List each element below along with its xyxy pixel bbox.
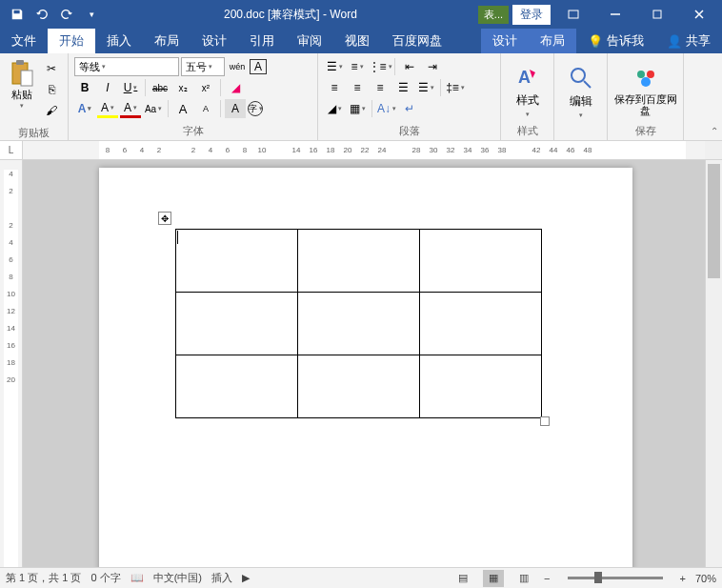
justify-button[interactable]: ☰ <box>392 78 413 97</box>
copy-button[interactable]: ⎘ <box>41 80 62 99</box>
bullets-button[interactable]: ☰ <box>324 57 345 76</box>
tab-review[interactable]: 审阅 <box>286 29 333 53</box>
tab-layout[interactable]: 布局 <box>143 29 191 53</box>
increase-indent-button[interactable]: ⇥ <box>422 57 443 76</box>
tab-home[interactable]: 开始 <box>48 29 95 53</box>
char-border-button[interactable]: A <box>250 59 267 74</box>
superscript-button[interactable]: x² <box>195 78 216 97</box>
view-web-button[interactable]: ▥ <box>513 570 534 587</box>
pilcrow-icon: ↵ <box>405 102 414 115</box>
phonetic-guide-button[interactable]: wén <box>227 57 248 76</box>
paste-button[interactable]: 粘贴 ▾ <box>4 55 39 124</box>
tab-design[interactable]: 设计 <box>191 29 238 53</box>
cut-button[interactable]: ✂ <box>41 59 62 78</box>
view-read-button[interactable]: ▤ <box>452 570 473 587</box>
sort-button[interactable]: A↓ <box>376 99 397 118</box>
decrease-indent-button[interactable]: ⇤ <box>399 57 420 76</box>
login-button[interactable]: 登录 <box>512 5 551 25</box>
align-right-button[interactable]: ≡ <box>370 78 391 97</box>
highlight-button[interactable]: A <box>97 99 118 118</box>
share-button[interactable]: 👤共享 <box>655 29 722 53</box>
show-marks-button[interactable]: ↵ <box>399 99 420 118</box>
tab-view[interactable]: 视图 <box>333 29 381 53</box>
status-insert-mode[interactable]: 插入 <box>211 571 232 585</box>
align-left-button[interactable]: ≡ <box>324 78 345 97</box>
zoom-slider-thumb[interactable] <box>594 572 602 583</box>
table-move-handle[interactable]: ✥ <box>158 212 171 225</box>
underline-button[interactable]: U <box>120 78 141 97</box>
table-cell[interactable] <box>298 293 420 355</box>
shrink-font-button[interactable]: A <box>195 99 216 118</box>
undo-icon[interactable] <box>30 3 53 26</box>
borders-button[interactable]: ▦ <box>347 99 368 118</box>
save-icon[interactable] <box>6 3 29 26</box>
styles-button[interactable]: A 样式 ▾ <box>505 55 550 122</box>
edit-button[interactable]: 编辑 ▾ <box>558 55 603 125</box>
status-macro[interactable]: ▶ <box>242 572 250 584</box>
status-words[interactable]: 0 个字 <box>90 571 120 585</box>
table-cell[interactable] <box>298 230 420 293</box>
tab-insert[interactable]: 插入 <box>95 29 143 53</box>
enclose-char-button[interactable]: 字 <box>248 101 263 116</box>
table-cell[interactable] <box>420 293 542 355</box>
table-cell[interactable] <box>298 355 420 418</box>
tab-table-design[interactable]: 设计 <box>481 29 529 53</box>
font-name-combo[interactable]: 等线 <box>74 57 179 76</box>
shading-button[interactable]: ◢ <box>324 99 345 118</box>
view-print-button[interactable]: ▦ <box>483 570 504 587</box>
change-case-button[interactable]: Aa <box>143 99 164 118</box>
page[interactable]: ✥ <box>99 168 632 567</box>
status-page[interactable]: 第 1 页，共 1 页 <box>6 571 81 585</box>
table-cell[interactable] <box>420 230 542 293</box>
tab-table-layout[interactable]: 布局 <box>529 29 576 53</box>
tab-file[interactable]: 文件 <box>0 29 48 53</box>
table-cell[interactable] <box>176 355 298 418</box>
tab-references[interactable]: 引用 <box>238 29 286 53</box>
document-canvas[interactable]: ✥ <box>23 160 705 567</box>
minimize-icon[interactable] <box>596 0 634 29</box>
close-icon[interactable] <box>680 0 718 29</box>
tab-baidu[interactable]: 百度网盘 <box>381 29 453 53</box>
table-resize-handle[interactable] <box>540 416 550 426</box>
document-table[interactable] <box>175 229 542 418</box>
status-spellcheck[interactable]: 📖 <box>130 572 144 584</box>
status-language[interactable]: 中文(中国) <box>153 571 202 585</box>
vertical-ruler[interactable]: 422468101214161820 <box>0 160 23 567</box>
text-effects-button[interactable]: A <box>74 99 95 118</box>
clear-format-button[interactable]: ◢ <box>225 78 246 97</box>
maximize-icon[interactable] <box>638 0 676 29</box>
collapse-ribbon-button[interactable]: ⌃ <box>711 126 718 136</box>
table-cell[interactable] <box>176 230 298 293</box>
align-center-button[interactable]: ≡ <box>347 78 368 97</box>
table-cell[interactable] <box>420 355 542 418</box>
redo-icon[interactable] <box>55 3 78 26</box>
font-color-button[interactable]: A <box>120 99 141 118</box>
scrollbar-thumb[interactable] <box>708 164 720 278</box>
grow-font-button[interactable]: A <box>172 99 193 118</box>
font-size-combo[interactable]: 五号 <box>181 57 225 76</box>
zoom-level[interactable]: 70% <box>695 573 716 584</box>
italic-button[interactable]: I <box>97 78 118 97</box>
vertical-scrollbar[interactable] <box>705 160 722 567</box>
zoom-in-button[interactable]: + <box>680 573 686 584</box>
text-cursor <box>177 231 178 244</box>
multilevel-button[interactable]: ⋮≡ <box>370 57 391 76</box>
table-cell[interactable] <box>176 293 298 355</box>
strikethrough-button[interactable]: abc <box>150 78 170 97</box>
ribbon-options-icon[interactable] <box>554 0 592 29</box>
zoom-out-button[interactable]: − <box>544 573 550 584</box>
distribute-button[interactable]: ☰ <box>415 78 436 97</box>
tab-selector[interactable]: L <box>0 141 23 159</box>
subscript-button[interactable]: x₂ <box>172 78 193 97</box>
bold-button[interactable]: B <box>74 78 95 97</box>
qat-more-icon[interactable]: ▾ <box>80 3 103 26</box>
horizontal-ruler[interactable]: 8642246810141618202224283032343638424446… <box>23 141 705 159</box>
format-painter-button[interactable]: 🖌 <box>41 101 62 120</box>
tell-me[interactable]: 💡告诉我 <box>576 29 655 53</box>
save-baidu-button[interactable]: 保存到百度网盘 <box>612 55 679 122</box>
numbering-button[interactable]: ≡ <box>347 57 368 76</box>
char-shading-button[interactable]: A <box>225 99 246 118</box>
line-spacing-button[interactable]: ‡≡ <box>445 78 466 97</box>
web-layout-icon: ▥ <box>519 572 529 584</box>
zoom-slider[interactable] <box>568 577 663 579</box>
